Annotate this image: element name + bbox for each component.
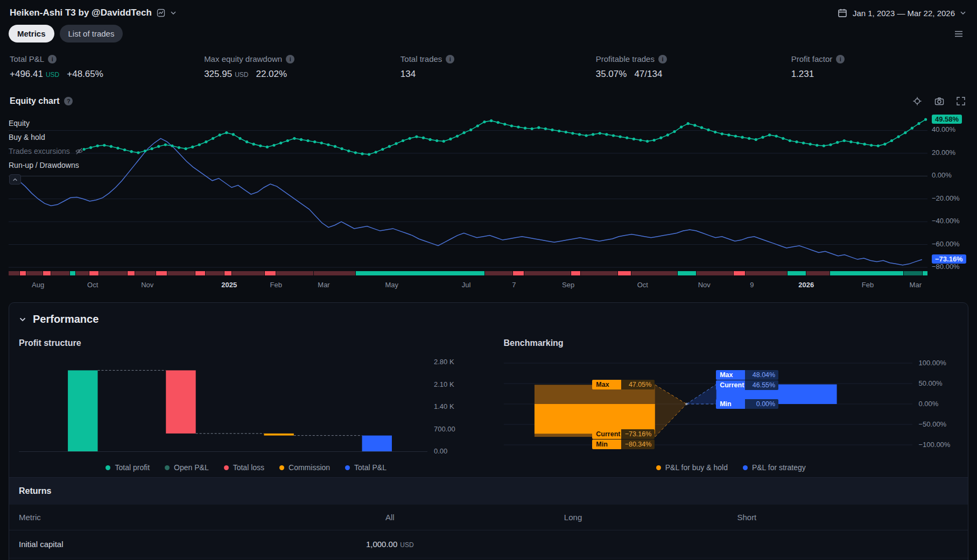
runup-bar <box>524 271 570 275</box>
chip-label: Current <box>592 429 621 439</box>
stat-label-text: Total P&L <box>10 54 44 63</box>
returns-short-value <box>667 540 827 549</box>
returns-unit: USD <box>400 541 413 549</box>
performance-section-header[interactable]: Performance <box>9 303 968 333</box>
runup-bar <box>195 271 205 275</box>
legend-item-commission[interactable]: Commission <box>279 463 330 472</box>
strategy-max-chip: Max48.04% <box>716 370 778 380</box>
legend-item-equity[interactable]: Equity <box>9 116 83 130</box>
returns-col-short: Short <box>667 513 827 522</box>
chevron-up-icon <box>12 177 18 182</box>
legend-dot <box>345 465 350 470</box>
chip-label: Min <box>716 399 745 409</box>
profit-y-tick: 1.40 K <box>434 402 454 410</box>
stat-label-text: Max equity drawdown <box>204 54 282 63</box>
date-range-chevron-icon <box>960 10 966 16</box>
y-axis-label: 0.00% <box>932 171 952 179</box>
profit-y-tick: 2.10 K <box>434 380 454 388</box>
equity-chart-area[interactable]: EquityBuy & holdTrades excursionsRun-up … <box>0 113 977 294</box>
stat-label: Total tradesi <box>400 54 596 63</box>
stat-values: 325.95USD22.02% <box>204 69 400 80</box>
info-icon[interactable]: i <box>286 55 294 63</box>
runup-bar <box>356 271 484 275</box>
runup-bar <box>224 271 232 275</box>
strategy-title-group[interactable]: Heiken-Ashi T3 by @DaviddTech <box>10 8 177 18</box>
legend-label: Total P&L <box>354 463 386 472</box>
legend-item-open-p-l[interactable]: Open P&L <box>165 463 209 472</box>
returns-col-metric: Metric <box>19 513 301 522</box>
stat-profitable-trades: Profitable tradesi35.07%47/134 <box>596 54 791 80</box>
profit-structure-column: Profit structure 2.80 K2.10 K1.40 K700.0… <box>19 335 474 472</box>
legend-label: Total profit <box>115 463 150 472</box>
chart-settings-button[interactable] <box>908 93 927 110</box>
equity-chart-canvas[interactable] <box>9 113 927 269</box>
equity-chart-help-icon[interactable]: ? <box>64 97 73 105</box>
legend-collapse-button[interactable] <box>9 174 21 185</box>
stat-profit-factor: Profit factori1.231 <box>791 54 967 80</box>
x-axis-label: Jul <box>462 281 471 289</box>
report-tabs-bar: MetricsList of trades <box>0 22 977 48</box>
calendar-icon <box>837 8 848 18</box>
date-range-picker[interactable]: Jan 1, 2023 — Mar 22, 2026 <box>837 8 966 18</box>
runup-bar <box>99 271 126 275</box>
runup-bar <box>70 271 75 275</box>
runup-bar <box>76 271 89 275</box>
runup-bar <box>135 271 156 275</box>
runup-bar <box>265 271 276 275</box>
info-icon[interactable]: i <box>446 55 454 63</box>
runup-bar <box>485 271 512 275</box>
y-axis-label: −40.00% <box>932 217 960 225</box>
legend-item-trades-excursions[interactable]: Trades excursions <box>9 144 83 158</box>
gear-icon <box>912 96 923 107</box>
runup-drawdown-strip[interactable] <box>9 271 927 275</box>
benchmarking-canvas <box>504 359 912 455</box>
legend-item-total-profit[interactable]: Total profit <box>106 463 150 472</box>
expand-icon <box>955 96 966 107</box>
legend-item-buy-hold[interactable]: Buy & hold <box>9 130 83 144</box>
runup-bar <box>314 271 355 275</box>
benchmarking-column: Benchmarking 100.00%50.00%0.00%−50.00%−1… <box>504 335 959 472</box>
legend-item-p-l-for-buy-hold[interactable]: P&L for buy & hold <box>656 463 728 472</box>
summary-stats-row: Total P&Li+496.41USD+48.65%Max equity dr… <box>0 48 977 88</box>
x-axis-label: Mar <box>318 281 329 289</box>
tab-metrics[interactable]: Metrics <box>9 25 54 42</box>
info-icon[interactable]: i <box>658 55 667 63</box>
stat-label-text: Total trades <box>400 54 442 63</box>
runup-bar <box>26 271 43 275</box>
legend-item-run-up-drawdowns[interactable]: Run-up / Drawdowns <box>9 158 83 172</box>
chart-fullscreen-button[interactable] <box>951 93 971 110</box>
chart-snapshot-button[interactable] <box>930 93 949 110</box>
stat-unit: USD <box>235 71 248 79</box>
stat-label-text: Profit factor <box>791 54 833 63</box>
report-layout-button[interactable] <box>949 25 968 42</box>
runup-bar <box>43 271 51 275</box>
stat-label: Max equity drawdowni <box>204 54 400 63</box>
legend-item-label: Trades excursions <box>9 147 70 155</box>
runup-bar <box>513 271 524 275</box>
layout-lines-icon <box>953 29 964 39</box>
y-axis-label: 20.00% <box>932 148 955 157</box>
topbar: Heiken-Ashi T3 by @DaviddTech Jan 1, 202… <box>0 0 977 22</box>
profit-structure-chart[interactable]: 2.80 K2.10 K1.40 K700.000.00 <box>19 359 474 455</box>
x-axis-label: 7 <box>512 281 516 289</box>
benchmarking-chart[interactable]: 100.00%50.00%0.00%−50.00%−100.00%Max47.0… <box>504 359 959 455</box>
equity-chart-actions <box>908 93 971 110</box>
x-axis-label: 2025 <box>221 281 237 289</box>
info-icon[interactable]: i <box>836 55 845 63</box>
y-axis-label: −60.00% <box>932 240 960 248</box>
y-axis-label: 40.00% <box>932 125 955 133</box>
buyhold-current-chip: Current−73.16% <box>592 429 655 439</box>
stat-extra: 47/134 <box>634 69 662 80</box>
buyhold-max-chip: Max47.05% <box>592 380 655 389</box>
info-icon[interactable]: i <box>48 55 57 63</box>
y-axis-label: −20.00% <box>932 194 960 202</box>
legend-item-label: Equity <box>9 119 30 127</box>
legend-item-p-l-for-strategy[interactable]: P&L for strategy <box>743 463 806 472</box>
y-axis-label: −80.00% <box>932 263 960 271</box>
chip-value: 47.05% <box>621 380 655 389</box>
legend-item-total-p-l[interactable]: Total P&L <box>345 463 386 472</box>
runup-bar <box>167 271 195 275</box>
profit-y-tick: 2.80 K <box>434 358 454 366</box>
legend-item-total-loss[interactable]: Total loss <box>224 463 264 472</box>
tab-list-of-trades[interactable]: List of trades <box>60 25 123 42</box>
